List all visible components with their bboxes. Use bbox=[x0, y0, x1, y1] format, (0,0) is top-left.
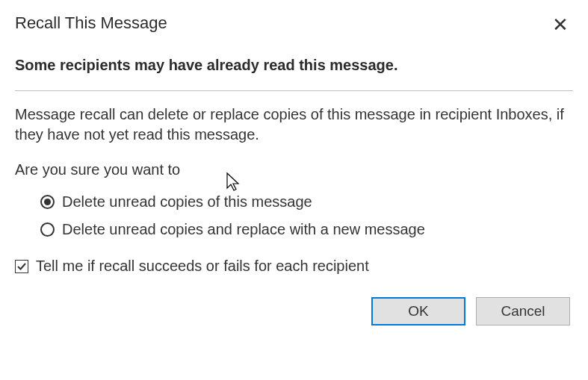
radio-icon bbox=[40, 195, 55, 209]
recall-message-dialog: Recall This Message ✕ Some recipients ma… bbox=[0, 0, 588, 380]
checkbox-icon bbox=[15, 260, 28, 273]
cancel-button[interactable]: Cancel bbox=[476, 297, 570, 326]
radio-label: Delete unread copies and replace with a … bbox=[62, 221, 425, 238]
dialog-title: Recall This Message bbox=[15, 13, 167, 33]
dialog-buttons: OK Cancel bbox=[15, 297, 573, 326]
close-icon: ✕ bbox=[552, 13, 569, 36]
separator bbox=[15, 90, 573, 91]
recall-options-group: Delete unread copies of this message Del… bbox=[40, 193, 573, 238]
dialog-heading: Some recipients may have already read th… bbox=[15, 57, 573, 74]
close-button[interactable]: ✕ bbox=[548, 13, 573, 36]
ok-button[interactable]: OK bbox=[371, 297, 465, 326]
confirmation-prompt: Are you sure you want to bbox=[15, 161, 573, 178]
radio-label: Delete unread copies of this message bbox=[62, 193, 312, 211]
radio-delete-replace[interactable]: Delete unread copies and replace with a … bbox=[40, 221, 573, 238]
radio-delete-unread[interactable]: Delete unread copies of this message bbox=[40, 193, 573, 211]
notify-recall-status-checkbox[interactable]: Tell me if recall succeeds or fails for … bbox=[15, 258, 573, 275]
radio-icon bbox=[40, 222, 55, 237]
titlebar: Recall This Message ✕ bbox=[15, 13, 573, 36]
checkbox-label: Tell me if recall succeeds or fails for … bbox=[36, 258, 369, 275]
dialog-description: Message recall can delete or replace cop… bbox=[15, 105, 573, 145]
